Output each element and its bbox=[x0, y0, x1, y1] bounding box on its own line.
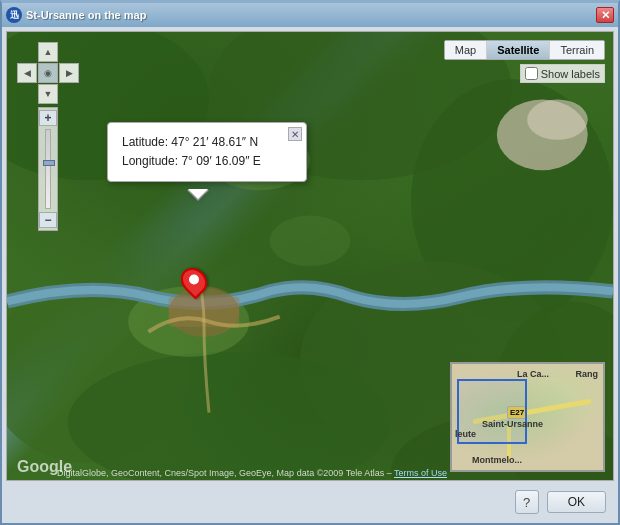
terms-of-use-link[interactable]: Terms of Use bbox=[394, 468, 447, 478]
bottom-bar: ? OK bbox=[6, 485, 614, 519]
nav-up-button[interactable]: ▲ bbox=[38, 42, 58, 62]
nav-right-button[interactable]: ▶ bbox=[59, 63, 79, 83]
mini-map-content: E27 Rang La Ca... leute Saint-Ursanne Mo… bbox=[452, 364, 603, 470]
svg-point-4 bbox=[7, 281, 189, 463]
map-background: ▲ ◀ ◉ ▶ ▼ + − bbox=[7, 32, 613, 480]
svg-rect-14 bbox=[169, 296, 240, 326]
nav-left-button[interactable]: ◀ bbox=[17, 63, 37, 83]
map-type-button-group: Map Satellite Terrain bbox=[444, 40, 605, 60]
map-type-terrain-button[interactable]: Terrain bbox=[550, 41, 604, 59]
nav-empty-tr bbox=[59, 42, 79, 62]
title-bar: 迅 St-Ursanne on the map ✕ bbox=[2, 3, 618, 27]
main-window: 迅 St-Ursanne on the map ✕ bbox=[0, 0, 620, 525]
help-button[interactable]: ? bbox=[515, 490, 539, 514]
show-labels-label[interactable]: Show labels bbox=[541, 68, 600, 80]
app-icon: 迅 bbox=[6, 7, 22, 23]
map-container[interactable]: ▲ ◀ ◉ ▶ ▼ + − bbox=[6, 31, 614, 481]
info-bubble-close-button[interactable]: ✕ bbox=[288, 127, 302, 141]
svg-point-5 bbox=[68, 352, 391, 480]
window-body: ▲ ◀ ◉ ▶ ▼ + − bbox=[2, 27, 618, 523]
show-labels-checkbox[interactable] bbox=[525, 67, 538, 80]
svg-point-11 bbox=[497, 99, 588, 170]
pin-dot bbox=[187, 273, 201, 287]
svg-point-9 bbox=[128, 286, 249, 357]
zoom-in-button[interactable]: + bbox=[39, 110, 57, 126]
svg-point-10 bbox=[270, 216, 351, 267]
pin-body bbox=[176, 263, 213, 300]
info-bubble: ✕ Latitude: 47° 21′ 48.61″ N Longitude: … bbox=[107, 122, 307, 182]
map-type-controls: Map Satellite Terrain Show labels bbox=[444, 40, 605, 83]
nav-center-button[interactable]: ◉ bbox=[38, 63, 58, 83]
zoom-out-button[interactable]: − bbox=[39, 212, 57, 228]
show-labels-container: Show labels bbox=[520, 64, 605, 83]
zoom-slider-container: + − bbox=[38, 107, 58, 231]
longitude-text: Longitude: 7° 09′ 16.09″ E bbox=[122, 152, 292, 171]
nav-empty-br bbox=[59, 84, 79, 104]
map-type-satellite-button[interactable]: Satellite bbox=[487, 41, 550, 59]
latitude-text: Latitude: 47° 21′ 48.61″ N bbox=[122, 133, 292, 152]
mini-map-label-leute: leute bbox=[455, 429, 476, 439]
nav-empty-bl bbox=[17, 84, 37, 104]
nav-down-button[interactable]: ▼ bbox=[38, 84, 58, 104]
title-bar-left: 迅 St-Ursanne on the map bbox=[6, 7, 146, 23]
attribution-text: DigitalGlobe, GeoContent, Cnes/Spot Imag… bbox=[57, 468, 392, 478]
zoom-controls: ▲ ◀ ◉ ▶ ▼ + − bbox=[17, 42, 79, 231]
map-type-map-button[interactable]: Map bbox=[445, 41, 487, 59]
attribution: DigitalGlobe, GeoContent, Cnes/Spot Imag… bbox=[57, 468, 447, 478]
mini-map[interactable]: E27 Rang La Ca... leute Saint-Ursanne Mo… bbox=[450, 362, 605, 472]
nav-empty-tl bbox=[17, 42, 37, 62]
ok-button[interactable]: OK bbox=[547, 491, 606, 513]
zoom-track[interactable] bbox=[45, 129, 51, 209]
mini-map-label-montmelo: Montmelo... bbox=[472, 455, 522, 465]
map-pin[interactable] bbox=[182, 267, 206, 295]
close-button[interactable]: ✕ bbox=[596, 7, 614, 23]
mini-map-label-laca: La Ca... bbox=[517, 369, 549, 379]
nav-arrows: ▲ ◀ ◉ ▶ ▼ bbox=[17, 42, 79, 104]
zoom-thumb[interactable] bbox=[43, 160, 55, 166]
svg-point-2 bbox=[411, 79, 613, 321]
mini-map-label-rang: Rang bbox=[576, 369, 599, 379]
mini-map-label-saint-ursanne: Saint-Ursanne bbox=[482, 419, 543, 429]
svg-point-12 bbox=[527, 99, 588, 139]
window-title: St-Ursanne on the map bbox=[26, 9, 146, 21]
